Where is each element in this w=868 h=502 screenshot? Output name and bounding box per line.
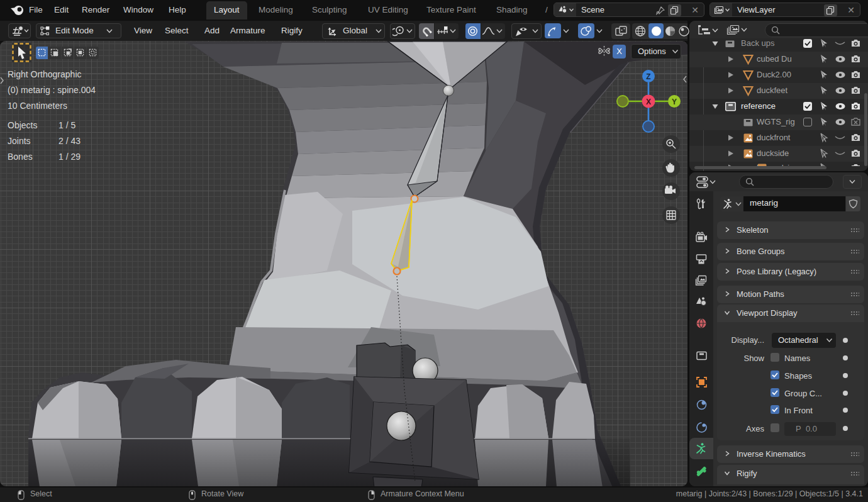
svg-text:X: X bbox=[646, 98, 651, 106]
svg-text:Z: Z bbox=[646, 72, 650, 81]
svg-text:Y: Y bbox=[672, 98, 677, 106]
